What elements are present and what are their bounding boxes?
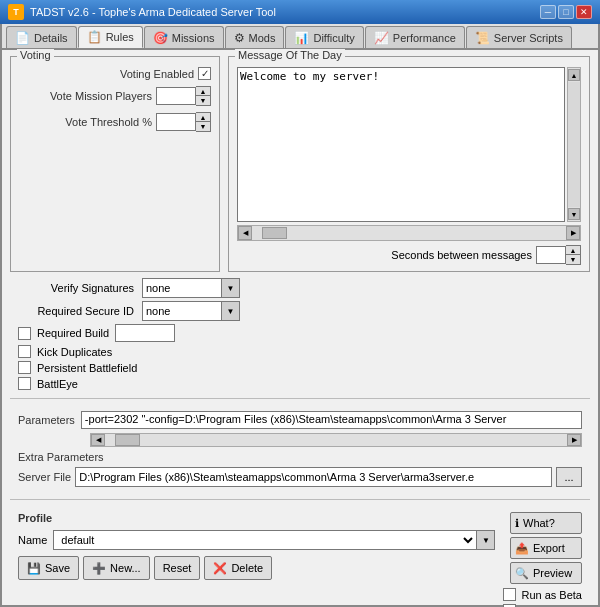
save-button[interactable]: 💾 Save — [18, 556, 79, 580]
voting-title: Voting — [17, 49, 54, 61]
verify-signatures-row: Verify Signatures none 1 2 ▼ — [14, 278, 586, 298]
profile-area: Profile Name default ▼ 💾 Save — [18, 512, 495, 607]
voting-enabled-label: Voting Enabled — [19, 68, 194, 80]
seconds-label: Seconds between messages — [391, 249, 532, 261]
missions-icon: 🎯 — [153, 31, 168, 45]
parameters-row: Parameters -port=2302 "-config=D:\Progra… — [18, 411, 582, 429]
separator-1 — [10, 398, 590, 399]
vote-threshold-spin-btns: ▲ ▼ — [196, 112, 211, 132]
motd-hscroll-thumb[interactable] — [262, 227, 287, 239]
name-select[interactable]: default — [53, 530, 477, 550]
battl-eye-checkbox[interactable] — [18, 377, 31, 390]
tab-details[interactable]: 📄 Details — [6, 26, 77, 48]
required-secure-id-arrow[interactable]: ▼ — [222, 301, 240, 321]
right-check-options: Run as Beta Tooltips Launch as Exit on s… — [503, 588, 582, 607]
vote-threshold-spinner[interactable]: 33 ▲ ▼ — [156, 112, 211, 132]
seconds-input[interactable]: 3 — [536, 246, 566, 264]
vote-threshold-down-btn[interactable]: ▼ — [196, 122, 210, 131]
vote-mission-down-btn[interactable]: ▼ — [196, 96, 210, 105]
tab-serverscripts[interactable]: 📜 Server Scripts — [466, 26, 572, 48]
verify-signatures-arrow[interactable]: ▼ — [222, 278, 240, 298]
motd-scrollbar-up[interactable]: ▲ — [568, 69, 580, 81]
name-select-wrap[interactable]: default ▼ — [53, 530, 495, 550]
verify-signatures-select[interactable]: none 1 2 — [142, 278, 222, 298]
tab-difficulty[interactable]: 📊 Difficulty — [285, 26, 363, 48]
delete-button[interactable]: ❌ Delete — [204, 556, 272, 580]
required-build-input[interactable] — [115, 324, 175, 342]
app-icon: T — [8, 4, 24, 20]
run-as-beta-checkbox[interactable] — [503, 588, 516, 601]
motd-scrollbar-down[interactable]: ▼ — [568, 208, 580, 220]
content-area: Voting Voting Enabled Vote Mission Playe… — [2, 50, 598, 607]
tab-mods[interactable]: ⚙ Mods — [225, 26, 285, 48]
reset-button[interactable]: Reset — [154, 556, 201, 580]
verify-signatures-label: Verify Signatures — [14, 282, 134, 294]
maximize-button[interactable]: □ — [558, 5, 574, 19]
serverscripts-icon: 📜 — [475, 31, 490, 45]
tab-rules[interactable]: 📋 Rules — [78, 26, 143, 48]
seconds-down-btn[interactable]: ▼ — [566, 255, 580, 264]
params-scroll-thumb[interactable] — [115, 434, 140, 446]
required-secure-id-select[interactable]: none 1 2 — [142, 301, 222, 321]
persistent-battlefield-row: Persistent Battlefield — [14, 361, 586, 374]
what-button[interactable]: ℹ What? — [510, 512, 582, 534]
seconds-up-btn[interactable]: ▲ — [566, 246, 580, 255]
new-button[interactable]: ➕ New... — [83, 556, 150, 580]
new-icon: ➕ — [92, 562, 106, 575]
details-icon: 📄 — [15, 31, 30, 45]
server-file-input[interactable] — [75, 467, 552, 487]
tab-performance[interactable]: 📈 Performance — [365, 26, 465, 48]
tab-missions[interactable]: 🎯 Missions — [144, 26, 224, 48]
export-button[interactable]: 📤 Export — [510, 537, 582, 559]
required-build-row: Required Build — [14, 324, 586, 342]
tab-bar: 📄 Details 📋 Rules 🎯 Missions ⚙ Mods 📊 Di… — [2, 24, 598, 50]
browse-button[interactable]: ... — [556, 467, 582, 487]
preview-icon: 🔍 — [515, 567, 529, 580]
name-row: Name default ▼ — [18, 530, 495, 550]
motd-hscroll-right[interactable]: ▶ — [566, 226, 580, 240]
kick-duplicates-checkbox[interactable] — [18, 345, 31, 358]
motd-hscroll-left[interactable]: ◀ — [238, 226, 252, 240]
vote-mission-players-spinner[interactable]: ▲ ▼ — [156, 86, 211, 106]
seconds-spin-btns: ▲ ▼ — [566, 245, 581, 265]
motd-textarea[interactable]: Welcome to my server! — [237, 67, 565, 222]
action-buttons: 💾 Save ➕ New... Reset ❌ Delete — [18, 556, 495, 580]
lower-area: Profile Name default ▼ 💾 Save — [10, 508, 590, 607]
minimize-button[interactable]: ─ — [540, 5, 556, 19]
profile-title: Profile — [18, 512, 495, 524]
save-icon: 💾 — [27, 562, 41, 575]
separator-2 — [10, 499, 590, 500]
required-secure-id-row: Required Secure ID none 1 2 ▼ — [14, 301, 586, 321]
params-scroll-left[interactable]: ◀ — [91, 434, 105, 446]
vote-mission-players-row: Vote Mission Players ▲ ▼ — [19, 86, 211, 106]
voting-group: Voting Voting Enabled Vote Mission Playe… — [10, 56, 220, 272]
required-build-checkbox[interactable] — [18, 327, 31, 340]
seconds-spinner[interactable]: 3 ▲ ▼ — [536, 245, 581, 265]
vote-mission-players-input[interactable] — [156, 87, 196, 105]
motd-title: Message Of The Day — [235, 49, 345, 61]
run-as-beta-row: Run as Beta — [503, 588, 582, 601]
close-button[interactable]: ✕ — [576, 5, 592, 19]
required-secure-id-select-wrap[interactable]: none 1 2 ▼ — [142, 301, 240, 321]
preview-button[interactable]: 🔍 Preview — [510, 562, 582, 584]
persistent-battlefield-checkbox[interactable] — [18, 361, 31, 374]
title-bar: T TADST v2.6 - Tophe's Arma Dedicated Se… — [0, 0, 600, 24]
export-icon: 📤 — [515, 542, 529, 555]
vote-mission-players-label: Vote Mission Players — [19, 90, 152, 102]
parameters-scrollbar[interactable]: ◀ ▶ — [90, 433, 582, 447]
persistent-battlefield-label: Persistent Battlefield — [37, 362, 137, 374]
voting-enabled-checkbox[interactable] — [198, 67, 211, 80]
kick-duplicates-row: Kick Duplicates — [14, 345, 586, 358]
verify-signatures-select-wrap[interactable]: none 1 2 ▼ — [142, 278, 240, 298]
name-label: Name — [18, 534, 47, 546]
battl-eye-label: BattlEye — [37, 378, 78, 390]
vote-threshold-up-btn[interactable]: ▲ — [196, 113, 210, 122]
vote-mission-players-spin-btns: ▲ ▼ — [196, 86, 211, 106]
vote-mission-up-btn[interactable]: ▲ — [196, 87, 210, 96]
bottom-section: Parameters -port=2302 "-config=D:\Progra… — [10, 407, 590, 491]
battl-eye-row: BattlEye — [14, 377, 586, 390]
name-select-arrow[interactable]: ▼ — [477, 530, 495, 550]
vote-threshold-input[interactable]: 33 — [156, 113, 196, 131]
params-scroll-right[interactable]: ▶ — [567, 434, 581, 446]
required-secure-id-label: Required Secure ID — [14, 305, 134, 317]
